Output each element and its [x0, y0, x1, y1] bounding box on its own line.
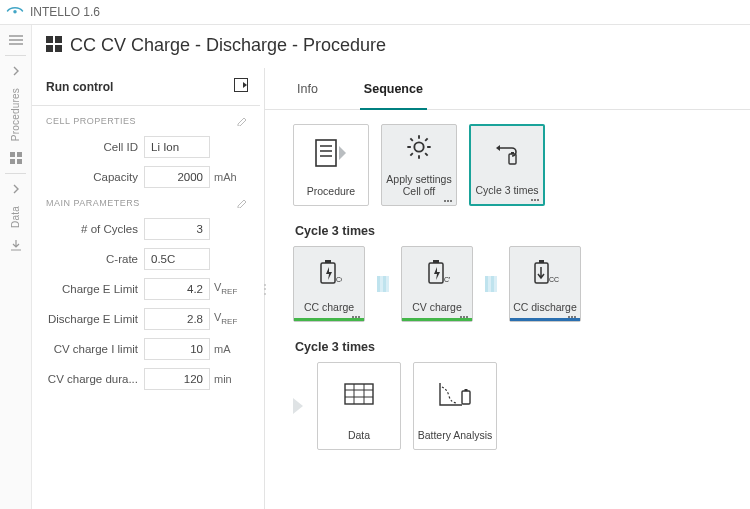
grid-icon: [46, 36, 62, 55]
capacity-unit: mAh: [210, 171, 240, 183]
rail-grid-icon[interactable]: [5, 149, 27, 167]
sequence-panel: ⋮ Info Sequence Procedure Apply settings…: [264, 68, 750, 509]
cv-i-unit: mA: [210, 343, 240, 355]
crate-label: C-rate: [46, 253, 144, 265]
discharge-e-label: Discharge E Limit: [46, 313, 144, 325]
capacity-input[interactable]: [144, 166, 210, 188]
discharge-e-input[interactable]: [144, 308, 210, 330]
rail-label-procedures[interactable]: Procedures: [10, 88, 21, 141]
capacity-label: Capacity: [46, 171, 144, 183]
app-title: INTELLO 1.6: [30, 5, 100, 19]
svg-rect-25: [465, 389, 468, 391]
charge-e-unit: VREF: [210, 281, 240, 296]
group2-title: Cycle 3 times: [295, 340, 730, 354]
group1-title: Cycle 3 times: [295, 224, 730, 238]
gear-icon: [405, 125, 433, 169]
svg-rect-3: [10, 159, 15, 164]
cycles-label: # of Cycles: [46, 223, 144, 235]
connector: [377, 276, 389, 292]
card-data[interactable]: Data: [317, 362, 401, 450]
cell-id-label: Cell ID: [46, 141, 144, 153]
pencil-icon-2[interactable]: [236, 196, 248, 210]
card-apply-label: Apply settings Cell off: [386, 173, 451, 205]
expand-right-icon[interactable]: [234, 78, 250, 95]
cell-id-input[interactable]: [144, 136, 210, 158]
tab-info[interactable]: Info: [293, 82, 322, 109]
svg-rect-1: [10, 152, 15, 157]
crate-input[interactable]: [144, 248, 210, 270]
card-battery-analysis[interactable]: Battery Analysis: [413, 362, 497, 450]
svg-rect-7: [46, 45, 53, 52]
titlebar: INTELLO 1.6: [0, 0, 750, 25]
card-cv-charge[interactable]: CV CV charge: [401, 246, 473, 322]
app-logo-icon: [6, 5, 24, 20]
drag-handle-icon[interactable]: ⋮: [259, 282, 271, 296]
battery-arrow-icon: CC: [531, 247, 559, 297]
cycle-icon: [492, 126, 522, 180]
battery-lightning-icon: CV: [424, 247, 450, 297]
svg-rect-21: [539, 260, 544, 263]
card-data-label: Data: [348, 429, 370, 449]
pencil-icon[interactable]: [236, 114, 248, 128]
discharge-e-unit: VREF: [210, 311, 240, 326]
card-cc-charge[interactable]: CC CC charge: [293, 246, 365, 322]
svg-point-11: [414, 142, 423, 151]
page-title: CC CV Charge - Discharge - Procedure: [70, 35, 386, 56]
card-apply-settings[interactable]: Apply settings Cell off: [381, 124, 457, 206]
connector: [485, 276, 497, 292]
cv-i-input[interactable]: [144, 338, 210, 360]
svg-rect-2: [17, 152, 22, 157]
svg-rect-6: [55, 36, 62, 43]
svg-rect-4: [17, 159, 22, 164]
rail-label-data[interactable]: Data: [10, 206, 21, 228]
svg-text:CC: CC: [336, 276, 342, 283]
card-cycle[interactable]: Cycle 3 times: [469, 124, 545, 206]
svg-rect-15: [325, 260, 331, 263]
svg-rect-5: [46, 36, 53, 43]
cycles-input[interactable]: [144, 218, 210, 240]
cv-i-label: CV charge I limit: [46, 343, 144, 355]
svg-rect-24: [462, 391, 470, 404]
tabs: Info Sequence: [265, 68, 750, 110]
cv-t-unit: min: [210, 373, 240, 385]
card-cycle-label: Cycle 3 times: [475, 184, 538, 204]
svg-point-0: [13, 10, 16, 13]
section-cell-properties: CELL PROPERTIES: [46, 116, 136, 126]
svg-rect-13: [511, 152, 514, 154]
card-procedure[interactable]: Procedure: [293, 124, 369, 206]
rail-chevron-right-icon[interactable]: [5, 62, 27, 80]
svg-text:CV: CV: [444, 276, 450, 283]
svg-text:CC: CC: [549, 276, 559, 283]
page-header: CC CV Charge - Discharge - Procedure: [32, 25, 750, 68]
card-cc-discharge[interactable]: CC CC discharge: [509, 246, 581, 322]
tab-sequence[interactable]: Sequence: [360, 82, 427, 110]
svg-rect-8: [55, 45, 62, 52]
battery-lightning-icon: CC: [316, 247, 342, 297]
run-control-panel: Run control CELL PROPERTIES Cell ID Capa…: [32, 68, 260, 509]
card-battery-analysis-label: Battery Analysis: [418, 429, 493, 449]
arrow-right-icon: [293, 398, 303, 414]
procedure-icon: [314, 125, 348, 181]
rail-chevron-right-icon-2[interactable]: [5, 180, 27, 198]
data-table-icon: [344, 363, 374, 425]
svg-rect-23: [345, 384, 373, 404]
cv-t-input[interactable]: [144, 368, 210, 390]
charge-e-input[interactable]: [144, 278, 210, 300]
section-main-params: MAIN PARAMETERS: [46, 198, 140, 208]
cv-t-label: CV charge dura...: [46, 373, 144, 385]
svg-rect-10: [316, 140, 336, 166]
battery-analysis-icon: [438, 363, 472, 425]
svg-rect-18: [433, 260, 439, 263]
card-procedure-label: Procedure: [307, 185, 355, 205]
charge-e-label: Charge E Limit: [46, 283, 144, 295]
left-rail: Procedures Data: [0, 25, 32, 509]
rail-menu-icon[interactable]: [5, 31, 27, 49]
run-control-title: Run control: [46, 80, 113, 94]
rail-export-icon[interactable]: [5, 236, 27, 254]
